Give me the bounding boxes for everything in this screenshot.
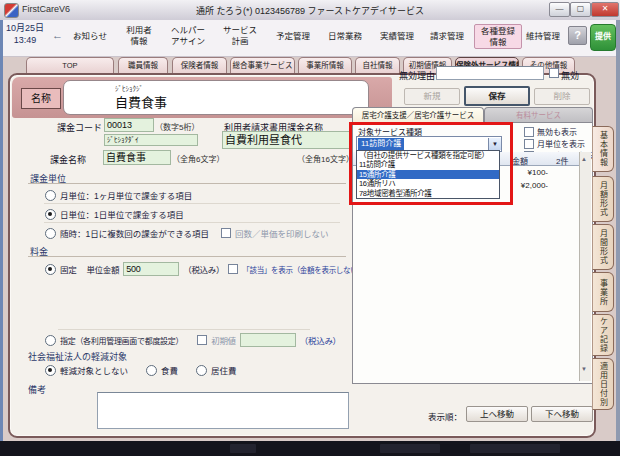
unit-amount-label: 単位金額: [86, 263, 119, 275]
window-right-border: [616, 20, 620, 441]
list-amount-header: 金額: [512, 155, 528, 166]
side-tab-getsugaku-keishiki[interactable]: 月額形式: [592, 176, 614, 222]
dropdown-item-highlighted[interactable]: 15通所介護: [357, 170, 499, 179]
initial-value-input[interactable]: [240, 333, 296, 347]
toolbar-item-yotei-kanri[interactable]: 予定管理: [272, 31, 314, 42]
minimize-button[interactable]: —: [549, 2, 570, 17]
tab-hokensha[interactable]: 保険者情報: [172, 57, 227, 73]
show-monthly-checkbox[interactable]: [524, 139, 534, 149]
billing-furigana-input[interactable]: ｼﾞﾋｼｮｸﾀﾞｲ: [104, 134, 198, 146]
taskbar-item[interactable]: [230, 444, 256, 453]
unit-monthly-radio[interactable]: [45, 190, 56, 201]
initial-value-checkbox[interactable]: [197, 335, 207, 345]
charge-name-note: （全角6文字）: [172, 153, 224, 164]
maximize-button[interactable]: ▢: [570, 2, 591, 17]
scroll-up-icon[interactable]: ▲: [581, 156, 587, 162]
move-up-button[interactable]: 上へ移動: [466, 406, 528, 422]
side-tab-tekiyou-hizuke[interactable]: 適用日付別: [592, 358, 614, 410]
provide-button[interactable]: 提供: [590, 24, 616, 51]
toolbar-item-riyousha-jouhou[interactable]: 利用者 情報: [118, 25, 160, 46]
dropdown-item[interactable]: 78地域密着型通所介護: [357, 189, 499, 198]
billing-name-input[interactable]: 自費利用昼食代: [222, 131, 354, 149]
charge-name-input[interactable]: 自費食事: [103, 150, 171, 165]
initial-value-label: 初期値: [211, 334, 236, 346]
dropdown-item[interactable]: 11訪問介護: [357, 160, 499, 169]
billing-name-note: （全角16文字）: [297, 153, 354, 164]
tax-note: （税込み）: [183, 263, 224, 275]
delete-button[interactable]: 削除: [534, 88, 590, 105]
unit-amount-input[interactable]: 500: [123, 262, 179, 276]
toolbar-item-service-keikaku[interactable]: サービス 計画: [218, 25, 262, 46]
invalid-checkbox[interactable]: [549, 68, 559, 78]
close-button[interactable]: ✕: [591, 2, 619, 17]
unit-anytime-option[interactable]: 随時：1日に複数回の課金ができる項目 回数／単価を印刷しない: [45, 227, 329, 239]
back-arrow-icon[interactable]: ←: [52, 29, 63, 41]
initial-tax-note: （税込み）: [300, 334, 341, 346]
unit-anytime-radio[interactable]: [45, 228, 56, 239]
unit-daily-option[interactable]: 日単位：1日単位で課金する項目: [45, 208, 184, 220]
tab-sougou-jigyou[interactable]: 総合事業サービス: [230, 57, 295, 73]
fee-fixed-option[interactable]: 固定 単位金額 500 （税込み） 「該当」を表示（金額を表示しない）: [45, 262, 365, 276]
no-print-checkbox[interactable]: [221, 228, 231, 238]
welfare-none-label: 軽減対象としない: [60, 364, 128, 376]
filter-show-monthly[interactable]: 月単位を表示: [524, 138, 585, 149]
show-applicable-label: 「該当」を表示（金額を表示しない）: [242, 264, 364, 275]
side-tab-jigyousho[interactable]: 事業所: [592, 272, 614, 312]
welfare-none-radio[interactable]: [45, 365, 56, 376]
display-order-label: 表示順：: [428, 410, 462, 422]
show-invalid-label: 無効も表示: [537, 126, 577, 137]
show-applicable-checkbox[interactable]: [228, 264, 238, 274]
welfare-section-label: 社会福祉法人の軽減対象: [28, 350, 127, 363]
unit-daily-radio[interactable]: [45, 209, 56, 220]
filter-show-invalid[interactable]: 無効も表示: [524, 126, 577, 137]
dropdown-item[interactable]: （自社の提供サービス種類を指定可能）: [357, 151, 499, 160]
side-tab-care-kiroku[interactable]: ケア記録: [592, 314, 614, 356]
welfare-food-label: 食費: [161, 364, 178, 376]
side-tab-gekkan-keishiki[interactable]: 月間形式: [592, 224, 614, 270]
invalid-checkbox-label: 無効: [561, 69, 579, 82]
window-title: 通所 たろう(*) 0123456789 ファーストケアデイサービス: [0, 4, 620, 17]
toolbar-item-jisseki-kanri[interactable]: 実績管理: [376, 31, 418, 42]
help-icon[interactable]: ?: [568, 26, 587, 45]
toolbar-item-nichijou-gyoumu[interactable]: 日常業務: [324, 31, 366, 42]
taskbar-item[interactable]: [380, 444, 440, 453]
welfare-residence-radio[interactable]: [196, 365, 207, 376]
window-left-border: [0, 20, 3, 441]
fee-specify-radio[interactable]: [45, 335, 56, 346]
list-scrollbar[interactable]: [579, 152, 591, 381]
tab-jisha[interactable]: 自社情報: [355, 57, 400, 73]
tab-top[interactable]: TOP: [26, 57, 114, 73]
code-input[interactable]: 00013: [104, 118, 154, 132]
fee-specify-option[interactable]: 指定（各利用管理画面で都度設定） 初期値 （税込み）: [45, 333, 341, 347]
welfare-options: 軽減対象としない 食費 居住費: [45, 364, 237, 376]
service-name-field[interactable]: [63, 80, 369, 115]
unit-monthly-option[interactable]: 月単位：1ヶ月単位で課金する項目: [45, 189, 192, 201]
unit-monthly-label: 月単位：1ヶ月単位で課金する項目: [60, 189, 192, 201]
side-tab-kihon-jouhou[interactable]: 基本情報: [592, 126, 614, 172]
toolbar-item-helper-assign[interactable]: ヘルパー アサイン: [164, 25, 212, 46]
welfare-food-radio[interactable]: [146, 365, 157, 376]
new-button[interactable]: 新規: [404, 88, 460, 105]
toolbar-item-seikyuu-kanri[interactable]: 請求管理: [426, 31, 468, 42]
toolbar-item-kakushu-touroku[interactable]: 各種登録 情報: [474, 24, 522, 49]
row-separator: [44, 203, 340, 204]
toolbar-item-oshirase[interactable]: お知らせ: [68, 31, 112, 42]
remarks-label: 備考: [28, 383, 46, 396]
charge-name-label: 課金名称: [50, 153, 86, 166]
move-down-button[interactable]: 下へ移動: [531, 406, 593, 422]
tab-jigyousho[interactable]: 事業所情報: [298, 57, 352, 73]
fee-fixed-radio[interactable]: [45, 264, 56, 275]
show-invalid-checkbox[interactable]: [524, 127, 534, 137]
toolbar-item-iji-kanri[interactable]: 維持管理: [522, 31, 564, 42]
invalid-reason-label: 無効理由: [399, 69, 435, 82]
service-name-value: 自費食事: [115, 92, 167, 111]
chevron-down-icon[interactable]: ▼: [488, 138, 501, 150]
welfare-residence-label: 居住費: [211, 364, 237, 376]
scroll-down-icon[interactable]: ▼: [581, 366, 587, 372]
save-button[interactable]: 保存: [464, 86, 530, 106]
tab-shokuin[interactable]: 職員情報: [118, 57, 168, 73]
dropdown-item[interactable]: 16通所リハ: [357, 179, 499, 188]
remarks-textarea[interactable]: [97, 392, 349, 429]
invalid-reason-input[interactable]: [436, 66, 544, 80]
taskbar-item[interactable]: [470, 444, 560, 453]
